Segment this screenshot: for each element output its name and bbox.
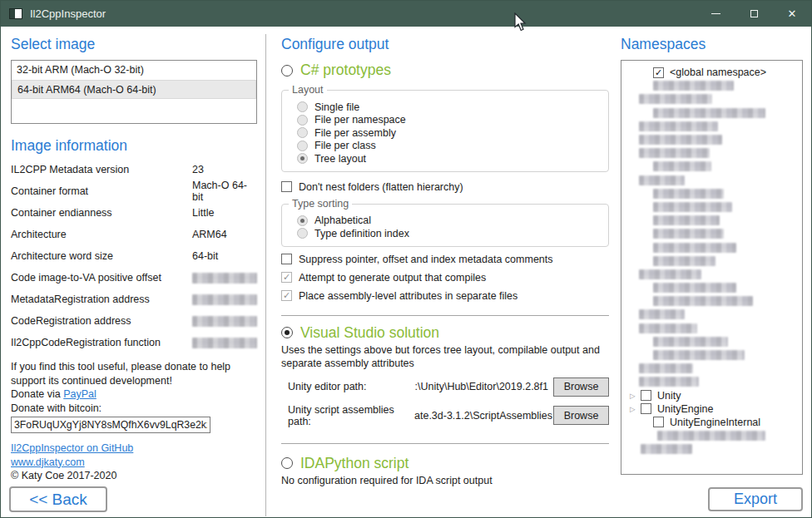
expand-arrow-icon[interactable]: ▷: [628, 392, 641, 400]
namespace-row[interactable]: ▷ ✓: [621, 254, 802, 268]
donate-via-text: Donate via: [11, 388, 63, 400]
layout-option[interactable]: File per namespace: [297, 114, 600, 127]
radio-icon[interactable]: [297, 115, 308, 126]
image-list-item[interactable]: 64-bit ARM64 (Mach-O 64-bit): [12, 80, 256, 99]
layout-option[interactable]: Single file: [297, 101, 600, 114]
namespace-row[interactable]: ▷ ✓: [621, 322, 802, 335]
unity-script-browse-button[interactable]: Browse: [553, 406, 609, 425]
idapython-radio[interactable]: [281, 457, 293, 469]
visual-studio-label: Visual Studio solution: [300, 324, 439, 342]
namespace-checkbox[interactable]: ✓: [653, 417, 664, 427]
redacted-namespace: [653, 189, 724, 199]
namespace-row[interactable]: ▷ ✓: [621, 281, 802, 294]
back-button[interactable]: << Back: [9, 486, 107, 512]
radio-icon[interactable]: [297, 228, 308, 239]
layout-group: Layout Single file File per namespace: [281, 90, 609, 172]
github-link[interactable]: Il2CppInspector on GitHub: [11, 442, 133, 456]
type-sorting-option[interactable]: Alphabetical: [297, 215, 600, 228]
namespace-row[interactable]: ▷ ✓: [621, 160, 802, 173]
image-listbox[interactable]: 32-bit ARM (Mach-O 32-bit) 64-bit ARM64 …: [11, 60, 257, 124]
option-checkbox[interactable]: ✓: [281, 272, 292, 283]
namespace-checkbox[interactable]: ✓: [653, 67, 664, 78]
radio-icon[interactable]: [297, 153, 308, 164]
namespace-row[interactable]: ▷ ✓: [621, 362, 802, 375]
option-checkbox-row[interactable]: ✓ Suppress pointer, offset and index met…: [281, 254, 609, 265]
donate-text: If you find this tool useful, please don…: [11, 360, 257, 387]
namespace-row[interactable]: ▷ ✓: [621, 240, 802, 254]
option-checkbox[interactable]: ✓: [281, 254, 292, 264]
namespace-row[interactable]: ▷ ✓: [621, 79, 802, 92]
namespace-row[interactable]: ▷ ✓: [621, 335, 802, 348]
csharp-prototypes-label: C# prototypes: [300, 62, 391, 79]
image-list-item[interactable]: 32-bit ARM (Mach-O 32-bit): [12, 61, 256, 80]
section-separator: [281, 443, 609, 444]
visual-studio-radio[interactable]: [281, 327, 293, 338]
unity-script-path-value: ate.3d-3.1.2\ScriptAssemblies: [414, 410, 553, 422]
paypal-link[interactable]: PayPal: [63, 388, 97, 400]
website-link[interactable]: www.djkaty.com: [11, 456, 85, 470]
namespace-row[interactable]: ▷ ✓: [621, 174, 802, 187]
namespace-row[interactable]: ▷ ✓ UnityEngine: [621, 402, 802, 416]
namespace-checkbox[interactable]: ✓: [641, 390, 651, 401]
namespace-row[interactable]: ▷ ✓: [621, 294, 802, 308]
radio-icon[interactable]: [297, 215, 308, 226]
radio-icon[interactable]: [297, 127, 308, 138]
visual-studio-option[interactable]: Visual Studio solution: [281, 324, 609, 342]
unity-editor-browse-button[interactable]: Browse: [553, 377, 609, 397]
namespace-row[interactable]: ▷ ✓: [621, 187, 802, 200]
option-checkbox-row[interactable]: ✓ Attempt to generate output that compil…: [281, 272, 609, 284]
namespace-row[interactable]: ▷ ✓: [621, 348, 802, 362]
csharp-prototypes-radio[interactable]: [281, 65, 293, 76]
namespace-row[interactable]: ▷ ✓: [621, 227, 802, 240]
namespace-row[interactable]: ▷ ✓: [621, 133, 802, 146]
namespace-row[interactable]: ▷ ✓: [621, 106, 802, 120]
export-button[interactable]: Export: [708, 487, 803, 511]
expand-arrow-icon[interactable]: ▷: [628, 405, 641, 413]
namespace-row[interactable]: ▷ ✓: [621, 146, 802, 160]
image-info-table: IL2CPP Metadata version 23 Container for…: [11, 159, 257, 353]
namespace-row[interactable]: ▷ ✓ <global namespace>: [621, 66, 802, 79]
namespace-row[interactable]: ▷ ✓: [621, 120, 802, 133]
redacted-value: [192, 316, 257, 327]
namespace-row[interactable]: ▷ ✓: [621, 429, 802, 442]
left-panel: Select image 32-bit ARM (Mach-O 32-bit) …: [11, 36, 257, 483]
idapython-option[interactable]: IDAPython script: [281, 455, 609, 472]
info-row: Il2CppCodeRegistration function: [11, 332, 257, 353]
flatten-label: Don't nest folders (flatten hierarchy): [299, 181, 463, 193]
type-sorting-option[interactable]: Type definition index: [297, 227, 600, 240]
idapython-description: No configuration required for IDA script…: [281, 474, 609, 487]
radio-icon[interactable]: [297, 141, 308, 151]
radio-icon[interactable]: [297, 101, 308, 112]
donate-block: If you find this tool useful, please don…: [11, 360, 257, 433]
namespace-row[interactable]: ▷ ✓ Unity: [621, 389, 802, 402]
namespace-row[interactable]: ▷ ✓: [621, 375, 802, 388]
namespace-row[interactable]: ▷ ✓: [621, 308, 802, 321]
info-value: 23: [192, 164, 257, 175]
maximize-button[interactable]: [735, 1, 773, 27]
namespace-row[interactable]: ▷ ✓ UnityEngineInternal: [621, 416, 802, 429]
info-value: ARM64: [192, 229, 257, 240]
namespace-row[interactable]: ▷ ✓: [621, 268, 802, 281]
namespace-row[interactable]: ▷ ✓: [621, 200, 802, 214]
minimize-button[interactable]: [696, 1, 735, 27]
redacted-namespace: [639, 94, 712, 104]
flatten-checkbox[interactable]: ✓: [281, 181, 292, 192]
csharp-prototypes-option[interactable]: C# prototypes: [281, 62, 609, 79]
namespace-checkbox[interactable]: ✓: [641, 403, 651, 414]
layout-option[interactable]: File per assembly: [297, 126, 600, 140]
layout-option[interactable]: Tree layout: [297, 152, 600, 165]
option-checkbox[interactable]: ✓: [281, 290, 292, 301]
donate-bitcoin-label: Donate with bitcoin:: [11, 402, 257, 416]
close-button[interactable]: ✕: [773, 1, 811, 27]
flatten-checkbox-row[interactable]: ✓ Don't nest folders (flatten hierarchy): [281, 181, 609, 193]
namespaces-tree[interactable]: ▷ ✓ <global namespace> ▷ ✓ ▷ ✓: [621, 60, 803, 475]
namespace-row[interactable]: ▷ ✓: [621, 92, 802, 106]
unity-editor-path-value: :\Unity\Hub\Editor\2019.2.8f1: [414, 381, 553, 392]
namespace-row[interactable]: ▷ ✓: [621, 214, 802, 227]
option-checkbox-label: Attempt to generate output that compiles: [299, 272, 486, 284]
bitcoin-address-input[interactable]: [11, 417, 210, 433]
layout-option[interactable]: File per class: [297, 140, 600, 153]
namespace-row[interactable]: ▷ ✓: [621, 442, 802, 456]
option-checkbox-row[interactable]: ✓ Place assembly-level attributes in sep…: [281, 290, 609, 302]
window-controls: ✕: [696, 1, 811, 27]
